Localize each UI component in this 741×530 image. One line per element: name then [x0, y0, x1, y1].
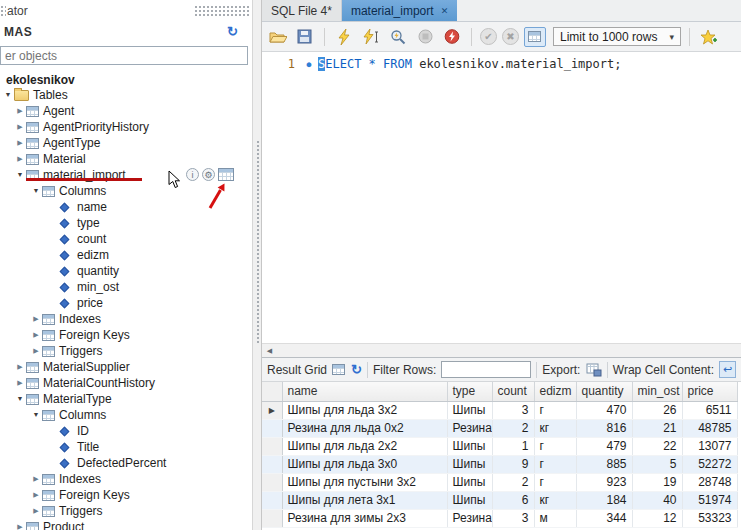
cell[interactable]: 48785 — [682, 419, 737, 437]
tree-item-triggers[interactable]: ▶ Triggers — [0, 343, 252, 359]
row-selector[interactable] — [262, 419, 282, 437]
scrollbar-track[interactable] — [277, 344, 741, 357]
filter-objects-input[interactable] — [0, 46, 248, 65]
cell[interactable]: 28748 — [682, 473, 737, 491]
cell[interactable]: Шипы — [447, 491, 492, 509]
cell[interactable]: г — [534, 437, 576, 455]
tree-item-triggers-materialtype[interactable]: ▶ Triggers — [0, 503, 252, 519]
cell[interactable]: кг — [534, 419, 576, 437]
cell[interactable]: г — [534, 473, 576, 491]
chevron-down-icon[interactable]: ▼ — [30, 407, 42, 423]
chevron-right-icon[interactable]: ▶ — [30, 503, 42, 519]
cell[interactable]: 9 — [492, 455, 534, 473]
toggle-autocommit-button[interactable] — [524, 27, 546, 47]
tree-item-indexes-materialtype[interactable]: ▶ Indexes — [0, 471, 252, 487]
cell[interactable]: Резина — [447, 509, 492, 527]
cell[interactable]: 26 — [632, 401, 682, 419]
row-selector[interactable] — [262, 473, 282, 491]
tree-item-indexes[interactable]: ▶ Indexes — [0, 311, 252, 327]
row-selector[interactable] — [262, 509, 282, 527]
cell[interactable]: 344 — [576, 509, 632, 527]
cell[interactable]: 479 — [576, 437, 632, 455]
cell[interactable]: 5 — [632, 455, 682, 473]
splitter-grip-icon[interactable] — [256, 140, 260, 345]
tab-material-import[interactable]: material_import ✕ — [342, 0, 457, 21]
cell[interactable]: 6 — [492, 491, 534, 509]
panel-grip-icon[interactable] — [194, 5, 250, 17]
chevron-right-icon[interactable]: ▶ — [30, 311, 42, 327]
wrap-cell-content-toggle[interactable]: ↩ — [719, 361, 736, 378]
chevron-right-icon[interactable]: ▶ — [14, 151, 26, 167]
export-recordset-button[interactable] — [585, 361, 602, 379]
save-snippet-button[interactable] — [698, 26, 720, 48]
cell[interactable]: 184 — [576, 491, 632, 509]
column-header-count[interactable]: count — [492, 382, 534, 401]
cell[interactable]: г — [534, 401, 576, 419]
schema-ekolesnikov[interactable]: ekolesnikov — [0, 69, 252, 87]
cell[interactable]: 19 — [632, 473, 682, 491]
cell[interactable]: Шипы для льда 3x2 — [282, 401, 447, 419]
info-icon[interactable]: i — [186, 168, 199, 181]
cell[interactable]: 40 — [632, 491, 682, 509]
chevron-right-icon[interactable]: ▶ — [14, 359, 26, 375]
row-selector[interactable] — [262, 455, 282, 473]
column-header-quantity[interactable]: quantity — [576, 382, 632, 401]
chevron-down-icon[interactable]: ▼ — [14, 167, 26, 183]
cell[interactable]: Шипы — [447, 455, 492, 473]
tree-item-agent[interactable]: ▶ Agent — [0, 103, 252, 119]
tree-item-column-count[interactable]: count — [0, 231, 252, 247]
cell[interactable]: 12 — [632, 509, 682, 527]
tree-item-column-defectedpercent[interactable]: DefectedPercent — [0, 455, 252, 471]
chevron-right-icon[interactable]: ▶ — [14, 135, 26, 151]
row-pointer[interactable]: ▶ — [262, 401, 282, 419]
filter-rows-input[interactable] — [441, 361, 531, 378]
open-script-button[interactable] — [267, 26, 289, 48]
chevron-right-icon[interactable]: ▶ — [14, 519, 26, 530]
tab-sql-file-4[interactable]: SQL File 4* — [262, 0, 342, 21]
row-selector-header[interactable] — [262, 382, 282, 401]
cell[interactable]: 2 — [492, 419, 534, 437]
scroll-left-icon[interactable]: ◀ — [262, 344, 277, 357]
cell[interactable]: м — [534, 509, 576, 527]
cell[interactable]: Шипы для лета 3x1 — [282, 491, 447, 509]
chevron-down-icon[interactable]: ▼ — [30, 183, 42, 199]
cell[interactable]: 52272 — [682, 455, 737, 473]
cell[interactable]: Шипы для льда 2x2 — [282, 437, 447, 455]
cell[interactable]: г — [534, 455, 576, 473]
cell[interactable]: 1 — [492, 437, 534, 455]
cell[interactable]: 3 — [492, 401, 534, 419]
cell[interactable]: кг — [534, 491, 576, 509]
tree-item-foreign-keys[interactable]: ▶ Foreign Keys — [0, 327, 252, 343]
limit-rows-select[interactable]: Limit to 1000 rows ▾ — [553, 27, 681, 46]
cell[interactable]: 51974 — [682, 491, 737, 509]
cell[interactable]: 470 — [576, 401, 632, 419]
cell[interactable]: 816 — [576, 419, 632, 437]
cell[interactable]: 13077 — [682, 437, 737, 455]
tree-item-column-quantity[interactable]: quantity — [0, 263, 252, 279]
cell[interactable]: Шипы — [447, 473, 492, 491]
row-selector[interactable] — [262, 491, 282, 509]
stop-button[interactable] — [414, 26, 436, 48]
row-selector[interactable] — [262, 437, 282, 455]
tree-item-columns-materialtype[interactable]: ▼ Columns — [0, 407, 252, 423]
column-header-name[interactable]: name — [282, 382, 447, 401]
cell[interactable]: 3 — [492, 509, 534, 527]
cell[interactable]: 2 — [492, 473, 534, 491]
tree-item-column-edizm[interactable]: edizm — [0, 247, 252, 263]
cell[interactable]: Резина — [447, 419, 492, 437]
tree-item-column-id[interactable]: ID — [0, 423, 252, 439]
tree-item-material[interactable]: ▶ Material — [0, 151, 252, 167]
cell[interactable]: 6511 — [682, 401, 737, 419]
column-header-type[interactable]: type — [447, 382, 492, 401]
sql-code-editor[interactable]: 1 ● S ELECT * FROM ekolesnikov.material_… — [262, 52, 741, 343]
editor-horizontal-scrollbar[interactable]: ◀ — [262, 343, 741, 357]
explain-button[interactable] — [387, 26, 409, 48]
toggle-stop-on-error-button[interactable] — [441, 26, 463, 48]
panel-splitter[interactable] — [252, 0, 262, 530]
tree-item-column-title[interactable]: Title — [0, 439, 252, 455]
cell[interactable]: 21 — [632, 419, 682, 437]
tree-item-agentpriorityhistory[interactable]: ▶ AgentPriorityHistory — [0, 119, 252, 135]
cell[interactable]: Резина для льда 0x2 — [282, 419, 447, 437]
cell[interactable]: 923 — [576, 473, 632, 491]
save-button[interactable] — [294, 26, 316, 48]
